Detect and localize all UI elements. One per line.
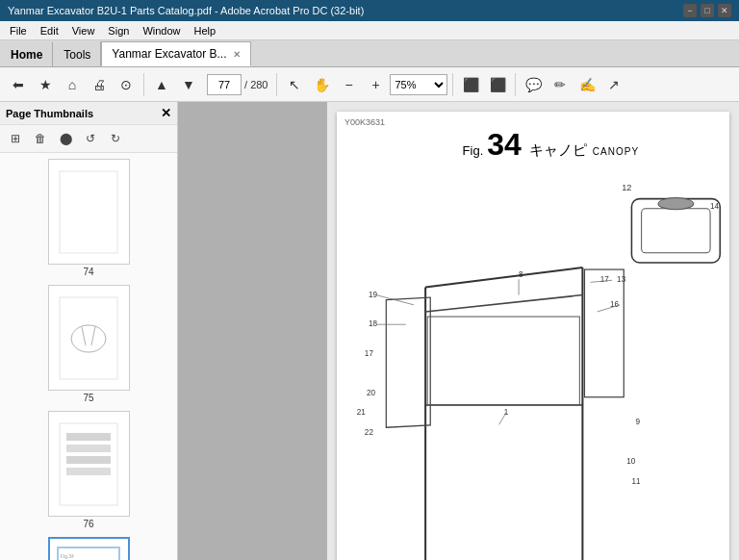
svg-rect-9 <box>66 468 111 475</box>
zoom-out-button[interactable]: − <box>336 72 361 97</box>
share-button[interactable]: ↗ <box>601 72 626 97</box>
svg-text:17: 17 <box>600 275 610 284</box>
menu-edit[interactable]: Edit <box>35 23 64 38</box>
svg-text:21: 21 <box>357 408 367 417</box>
svg-rect-8 <box>66 456 111 464</box>
page-navigation: / 280 <box>207 74 268 95</box>
svg-text:14: 14 <box>710 202 720 211</box>
close-button[interactable]: ✕ <box>718 4 731 17</box>
svg-rect-7 <box>66 445 111 452</box>
svg-text:11: 11 <box>631 477 641 486</box>
comment-button[interactable]: 💬 <box>521 72 546 97</box>
prev-page-button[interactable]: ▲ <box>149 72 174 97</box>
thumbnail-76[interactable]: 76 <box>4 411 173 529</box>
delete-page-btn[interactable]: 🗑 <box>29 128 52 149</box>
svg-rect-0 <box>60 171 117 253</box>
tab-home[interactable]: Home <box>0 41 53 66</box>
svg-text:9: 9 <box>636 418 641 426</box>
insert-page-btn[interactable]: ⬤ <box>54 128 77 149</box>
tab-tools[interactable]: Tools <box>53 41 101 66</box>
toolbar: ⬅ ★ ⌂ 🖨 ⊙ ▲ ▼ / 280 ↖ ✋ − + 75% 50% 100%… <box>0 67 739 102</box>
minimize-button[interactable]: − <box>683 4 697 17</box>
thumbnail-74-image <box>48 159 130 265</box>
thumbnail-75[interactable]: 75 <box>4 285 173 403</box>
menu-window[interactable]: Window <box>137 23 186 38</box>
menu-bar: File Edit View Sign Window Help <box>0 21 739 40</box>
thumbnail-75-label: 75 <box>83 393 93 403</box>
zoom-in-button[interactable]: + <box>363 72 388 97</box>
svg-line-65 <box>499 413 506 424</box>
menu-view[interactable]: View <box>66 23 101 38</box>
svg-rect-36 <box>584 269 624 397</box>
svg-rect-24 <box>642 209 710 253</box>
rotate-cw-btn[interactable]: ↻ <box>104 128 127 149</box>
forward-button[interactable]: ★ <box>33 72 58 97</box>
svg-line-31 <box>425 295 582 312</box>
svg-text:12: 12 <box>622 183 631 192</box>
fig-title-jp: キャノピ <box>529 141 587 160</box>
thumbnail-76-label: 76 <box>83 519 93 529</box>
svg-text:19: 19 <box>369 291 378 299</box>
thumbnail-77[interactable]: Fig.34 77 <box>4 537 173 560</box>
panel-title: Page Thumbnails <box>6 108 93 119</box>
back-button[interactable]: ⬅ <box>6 72 31 97</box>
svg-text:20: 20 <box>367 389 376 397</box>
thumbnail-75-image <box>48 285 130 391</box>
zoom-select[interactable]: 75% 50% 100% 125% 150% <box>390 74 447 95</box>
title-bar: Yanmar Excavator B2U-1 Parts Catalog.pdf… <box>0 0 739 21</box>
svg-rect-35 <box>386 297 430 427</box>
fig-prefix: Fig. <box>463 143 484 158</box>
menu-sign[interactable]: Sign <box>102 23 135 38</box>
svg-text:17: 17 <box>365 349 374 358</box>
menu-file[interactable]: File <box>4 23 33 38</box>
svg-text:10: 10 <box>626 457 636 466</box>
page-total-label: / 280 <box>244 79 268 90</box>
zoom-fit-button[interactable]: ⊙ <box>114 72 139 97</box>
canopy-diagram: 12 13 14 <box>346 169 739 560</box>
page-gray-spacer <box>178 102 327 560</box>
main-area: Page Thumbnails ✕ ⊞ 🗑 ⬤ ↺ ↻ 74 <box>0 102 739 560</box>
pdf-page: Y00K3631 Fig. 34 キャノピ CANOPY 12 13 <box>337 112 729 560</box>
separator-4 <box>515 73 516 96</box>
markup-button[interactable]: ✏ <box>548 72 573 97</box>
hand-tool[interactable]: ✋ <box>309 72 334 97</box>
svg-rect-37 <box>427 317 579 405</box>
tab-home-label: Home <box>11 48 42 62</box>
rotate-ccw-btn[interactable]: ↺ <box>79 128 102 149</box>
svg-text:18: 18 <box>369 319 378 328</box>
pdf-content-area[interactable]: Y00K3631 Fig. 34 キャノピ CANOPY 12 13 <box>327 102 739 560</box>
tab-document[interactable]: Yanmar Excavator B... ✕ <box>101 41 250 66</box>
window-controls[interactable]: − □ ✕ <box>683 4 731 17</box>
tab-close-button[interactable]: ✕ <box>233 49 241 60</box>
tool-b[interactable]: ⬛ <box>485 72 510 97</box>
home-button[interactable]: ⌂ <box>60 72 85 97</box>
tab-bar: Home Tools Yanmar Excavator B... ✕ <box>0 40 739 67</box>
svg-text:22: 22 <box>365 428 374 437</box>
tab-tools-label: Tools <box>64 48 90 62</box>
svg-line-30 <box>425 267 582 287</box>
svg-text:8: 8 <box>519 270 523 279</box>
next-page-button[interactable]: ▼ <box>176 72 201 97</box>
page-code: Y00K3631 <box>344 117 385 127</box>
separator-2 <box>276 73 277 96</box>
thumbnails-view-btn[interactable]: ⊞ <box>4 128 27 149</box>
tab-document-label: Yanmar Excavator B... <box>112 47 226 61</box>
maximize-button[interactable]: □ <box>701 4 714 17</box>
separator-1 <box>143 73 144 96</box>
svg-text:13: 13 <box>617 275 626 284</box>
svg-rect-1 <box>60 297 117 379</box>
fig-number: 34 <box>487 129 522 160</box>
thumbnail-74[interactable]: 74 <box>4 159 173 277</box>
panel-toolbar: ⊞ 🗑 ⬤ ↺ ↻ <box>0 125 177 153</box>
page-number-input[interactable] <box>207 74 242 95</box>
sign-button[interactable]: ✍ <box>574 72 599 97</box>
tool-a[interactable]: ⬛ <box>458 72 483 97</box>
thumbnail-77-image: Fig.34 <box>48 537 130 560</box>
menu-help[interactable]: Help <box>189 23 222 38</box>
svg-point-25 <box>658 198 694 210</box>
print-button[interactable]: 🖨 <box>87 72 112 97</box>
title-text: Yanmar Excavator B2U-1 Parts Catalog.pdf… <box>8 5 364 16</box>
select-tool[interactable]: ↖ <box>282 72 307 97</box>
panel-close-button[interactable]: ✕ <box>161 106 171 120</box>
svg-text:Fig.34: Fig.34 <box>61 553 74 559</box>
